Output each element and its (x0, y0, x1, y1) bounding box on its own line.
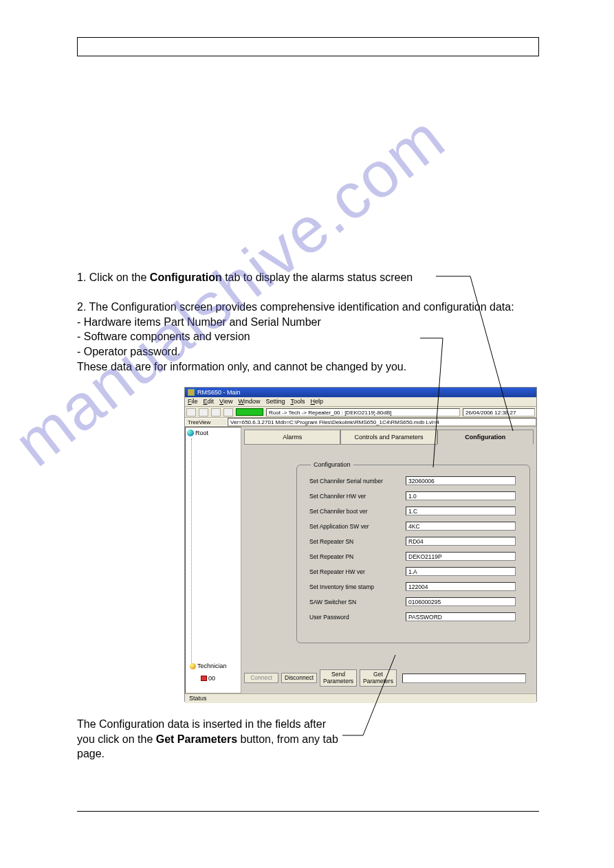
bullet3: - Operator password. (77, 344, 517, 359)
input-serial[interactable] (406, 476, 516, 485)
disconnect-button[interactable]: Disconnect (281, 673, 317, 683)
footer-line2-post: button, from any tab (237, 733, 338, 745)
row-reppn: Set Repeater PN (309, 552, 516, 561)
app-title: RMS650 - Main (197, 389, 241, 396)
titlebar: RMS650 - Main (185, 388, 536, 397)
datetime-field: 26/04/2006 12:38:27 (463, 408, 535, 416)
tech-icon (190, 663, 196, 669)
input-invts[interactable] (406, 582, 516, 591)
row-repsn: Set Repeater SN (309, 537, 516, 546)
instructions-block: 1. Click on the Configuration tab to dis… (77, 270, 517, 374)
step1-bold: Configuration (150, 271, 222, 283)
toolbar: Root -> Tech -> Repeater_00 : [DEKO2119¦… (185, 407, 536, 418)
tree-leaf-label: 00 (208, 675, 215, 682)
input-rephw[interactable] (406, 567, 516, 576)
menu-view[interactable]: View (219, 398, 232, 405)
main-area: Root Technician 00 Alarms Controls and P… (185, 427, 536, 693)
input-boot[interactable] (406, 507, 516, 515)
status-indicator-icon (236, 408, 263, 416)
menu-window[interactable]: Window (238, 398, 260, 405)
input-hwver[interactable] (406, 491, 516, 500)
row-hwver: Set Channiler HW ver (309, 491, 516, 500)
lbl-repsn: Set Repeater SN (309, 538, 406, 545)
toolbar-btn4[interactable] (223, 408, 233, 416)
input-repsn[interactable] (406, 537, 516, 546)
infobar: TreeView Ver=650.6.3.2701 Mdb=C:\Program… (185, 418, 536, 427)
tab-configuration[interactable]: Configuration (437, 430, 534, 445)
statusbar: Status (185, 693, 536, 703)
row-boot: Set Channiler boot ver (309, 507, 516, 515)
row-pwd: User Password (309, 612, 516, 621)
menu-help[interactable]: Help (310, 398, 323, 405)
get-parameters-button[interactable]: GetParameters (360, 669, 397, 687)
treeview-info: Ver=650.6.3.2701 Mdb=C:\Program Files\De… (228, 418, 536, 426)
tree-tech-label: Technician (197, 663, 227, 669)
bullet1: - Hardware items Part Number and Serial … (77, 315, 517, 330)
lbl-sawsn: SAW Switcher SN (309, 599, 406, 605)
app-icon (188, 389, 195, 396)
menu-setting[interactable]: Setting (265, 398, 285, 405)
step1-pre: 1. Click on the (77, 271, 150, 283)
configuration-groupbox: Configuration Set Channiler Serial numbe… (296, 465, 530, 643)
connect-button[interactable]: Connect (244, 673, 278, 683)
input-appsw[interactable] (406, 522, 516, 531)
lbl-invts: Set Inventory time stamp (309, 583, 406, 590)
lbl-serial: Set Channiler Serial number (309, 478, 406, 485)
tab-controls[interactable]: Controls and Parameters (340, 430, 437, 445)
button-row: Connect Disconnect SendParameters GetPar… (244, 669, 526, 687)
toolbar-btn1[interactable] (186, 408, 196, 416)
step2-outro: These data are for information only, and… (77, 359, 517, 375)
toolbar-btn3[interactable] (211, 408, 221, 416)
row-sawsn: SAW Switcher SN (309, 597, 516, 606)
toolbar-btn2[interactable] (199, 408, 208, 416)
bullet2: - Software components and version (77, 329, 517, 344)
tree-leaf[interactable]: 00 (201, 675, 215, 682)
page-header-box (77, 37, 539, 56)
footer-line2-pre: you click on the (77, 733, 156, 745)
tree-root[interactable]: Root (187, 430, 239, 436)
footer-rule (77, 811, 539, 812)
progress-bar (402, 674, 526, 683)
row-serial: Set Channiler Serial number (309, 476, 516, 485)
right-pane: Alarms Controls and Parameters Configura… (241, 427, 536, 693)
tree-technician[interactable]: Technician (190, 663, 227, 669)
lbl-pwd: User Password (309, 614, 406, 621)
input-pwd[interactable] (406, 612, 516, 621)
groupbox-legend: Configuration (311, 461, 353, 468)
step1: 1. Click on the Configuration tab to dis… (77, 270, 517, 285)
tab-alarms[interactable]: Alarms (244, 430, 340, 445)
globe-icon (187, 430, 194, 436)
row-rephw: Set Repeater HW ver (309, 567, 516, 576)
lbl-rephw: Set Repeater HW ver (309, 568, 406, 575)
row-invts: Set Inventory time stamp (309, 582, 516, 591)
tab-row: Alarms Controls and Parameters Configura… (241, 427, 536, 445)
lbl-hwver: Set Channiler HW ver (309, 493, 406, 500)
footer-line2-bold: Get Parameters (156, 733, 237, 745)
step1-post: tab to display the alarms status screen (222, 271, 413, 283)
footer-line2: you click on the Get Parameters button, … (77, 732, 435, 747)
footer-line3: page. (77, 746, 435, 761)
menu-file[interactable]: File (188, 398, 198, 405)
input-sawsn[interactable] (406, 597, 516, 606)
menu-tools[interactable]: Tools (290, 398, 305, 405)
tree-panel: Root Technician 00 (185, 427, 241, 693)
footer-line1: The Configuration data is inserted in th… (77, 717, 435, 732)
input-reppn[interactable] (406, 552, 516, 561)
row-appsw: Set Application SW ver (309, 522, 516, 531)
menubar: File Edit View Window Setting Tools Help (185, 397, 536, 407)
footer-text: The Configuration data is inserted in th… (77, 717, 435, 761)
lbl-appsw: Set Application SW ver (309, 523, 406, 530)
step2-intro: 2. The Configuration screen provides com… (77, 300, 517, 315)
menu-edit[interactable]: Edit (204, 398, 215, 405)
leaf-icon (201, 676, 207, 681)
tree-root-label: Root (195, 430, 208, 436)
lbl-boot: Set Channiler boot ver (309, 508, 406, 515)
breadcrumb-path: Root -> Tech -> Repeater_00 : [DEKO2119¦… (266, 408, 460, 416)
treeview-label: TreeView (185, 418, 228, 426)
app-window: RMS650 - Main File Edit View Window Sett… (184, 387, 537, 702)
send-parameters-button[interactable]: SendParameters (320, 669, 357, 687)
lbl-reppn: Set Repeater PN (309, 553, 406, 560)
